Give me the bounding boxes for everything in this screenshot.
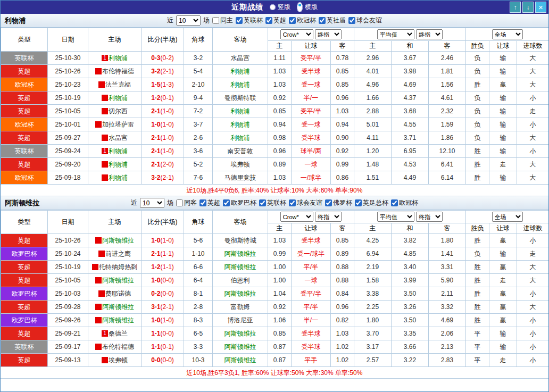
- away-team-name[interactable]: 富勒姆: [231, 303, 250, 311]
- away-team-name[interactable]: 利物浦: [231, 81, 250, 88]
- same-venue-filter[interactable]: 同客: [176, 198, 197, 207]
- corners: 10-3: [184, 354, 213, 367]
- league-filter-checkbox[interactable]: [265, 17, 272, 24]
- close-button[interactable]: ×: [535, 2, 546, 13]
- league-filter-checkbox[interactable]: [348, 17, 355, 24]
- away-team-name[interactable]: 利物浦: [231, 107, 250, 115]
- league-filter[interactable]: 欧冠杯: [289, 16, 316, 25]
- league-filter[interactable]: 英超: [199, 198, 220, 207]
- layout-radio-horizontal[interactable]: 横版: [297, 2, 318, 12]
- first-leg-badge: [102, 108, 108, 114]
- league-filter-checkbox[interactable]: [325, 199, 332, 206]
- away-team-cell: 伯恩利: [213, 274, 268, 287]
- league-filter[interactable]: 英社盾: [319, 16, 346, 25]
- avg-source-select[interactable]: 平均值: [377, 212, 414, 222]
- result-scope-select[interactable]: 全场: [492, 212, 523, 222]
- home-team-name[interactable]: 桑德兰: [109, 330, 128, 337]
- result-outcome: 负: [466, 105, 489, 118]
- home-team-name[interactable]: 加拉塔萨雷: [102, 121, 134, 128]
- league-filter[interactable]: 英联杯: [259, 198, 286, 207]
- home-team-name[interactable]: 利物浦: [109, 161, 128, 168]
- league-filter-checkbox[interactable]: [319, 17, 326, 24]
- home-team-name[interactable]: 托特纳姆热刺: [99, 263, 137, 271]
- away-team-name[interactable]: 马德里竞技: [224, 174, 256, 181]
- same-venue-filter-checkbox[interactable]: [176, 199, 183, 206]
- away-team-name[interactable]: 阿斯顿维拉: [224, 290, 256, 297]
- league-filter[interactable]: 佛罗杯: [325, 198, 352, 207]
- away-team-name[interactable]: 曼彻斯特联: [224, 94, 256, 102]
- league-filter-checkbox[interactable]: [289, 17, 296, 24]
- avg-final-select[interactable]: 终指: [416, 29, 443, 39]
- move-down-button[interactable]: ↓: [522, 2, 534, 13]
- league-filter[interactable]: 英足总杯: [355, 198, 388, 207]
- away-team-cell: 利物浦: [213, 105, 268, 118]
- avg-source-select[interactable]: 平均值: [377, 29, 414, 39]
- away-team-name[interactable]: 利物浦: [231, 134, 250, 141]
- same-venue-filter-checkbox[interactable]: [212, 17, 219, 24]
- odds-final-select[interactable]: 终指: [315, 29, 342, 39]
- odds-final-select[interactable]: 终指: [315, 212, 342, 222]
- fulltime-score: 1-2: [151, 94, 160, 102]
- league-tag: 欧罗巴杯: [1, 247, 48, 261]
- home-team-name[interactable]: 利物浦: [109, 94, 128, 102]
- home-team-name[interactable]: 水晶宫: [109, 134, 128, 141]
- away-team-name[interactable]: 利物浦: [231, 121, 250, 128]
- away-team-name[interactable]: 博洛尼亚: [228, 316, 253, 324]
- avg-final-select[interactable]: 终指: [416, 212, 443, 222]
- away-team-name[interactable]: 南安普敦: [228, 147, 253, 155]
- home-team-name[interactable]: 阿斯顿维拉: [102, 277, 134, 284]
- league-filter[interactable]: 球会友谊: [348, 16, 382, 25]
- away-team-name[interactable]: 阿斯顿维拉: [224, 263, 256, 271]
- away-team-name[interactable]: 伯恩利: [231, 277, 250, 284]
- home-team-name[interactable]: 阿斯顿维拉: [102, 303, 134, 311]
- match-row: 欧罗巴杯 25-10-03 费耶诺德 0-2(0-0) 8-1 阿斯顿维拉 1.…: [1, 287, 549, 301]
- match-date: 25-10-05: [48, 105, 88, 118]
- away-team-name[interactable]: 阿斯顿维拉: [224, 330, 256, 337]
- league-filter-checkbox[interactable]: [199, 199, 206, 206]
- away-team-name[interactable]: 阿斯顿维拉: [224, 356, 256, 364]
- league-filter-checkbox[interactable]: [391, 199, 398, 206]
- home-team-name[interactable]: 布伦特福德: [102, 343, 134, 351]
- league-filter[interactable]: 球会友谊: [289, 198, 322, 207]
- home-team-name[interactable]: 布伦特福德: [102, 68, 134, 75]
- team-name: 阿斯顿维拉: [5, 198, 39, 208]
- home-team-name[interactable]: 费耶诺德: [105, 290, 131, 297]
- away-team-name[interactable]: 曼彻斯特城: [224, 237, 256, 244]
- home-team-name[interactable]: 前进之鹰: [105, 250, 131, 257]
- home-team-name[interactable]: 利物浦: [109, 147, 128, 155]
- odds-source-select[interactable]: Crow*: [280, 29, 313, 39]
- league-filter-checkbox[interactable]: [236, 17, 243, 24]
- result-scope-select[interactable]: 全场: [492, 29, 523, 39]
- away-team-name[interactable]: 埃弗顿: [231, 161, 250, 168]
- league-filter[interactable]: 欧冠杯: [391, 198, 418, 207]
- league-filter-checkbox[interactable]: [259, 199, 266, 206]
- away-team-name[interactable]: 利物浦: [231, 68, 250, 75]
- recent-count-select[interactable]: 10: [176, 15, 201, 26]
- move-up-button[interactable]: ↑: [510, 2, 521, 13]
- match-date: 25-09-20: [48, 158, 88, 171]
- league-filter-checkbox[interactable]: [289, 199, 296, 206]
- match-row: 英联杯 25-09-24 1利物浦 2-1(1-0) 3-6 南安普敦 0.96…: [1, 145, 549, 158]
- league-filter[interactable]: 英联杯: [236, 16, 263, 25]
- away-team-name[interactable]: 阿斯顿维拉: [224, 343, 256, 351]
- league-filter[interactable]: 欧罗巴杯: [223, 198, 256, 207]
- home-team-name[interactable]: 埃弗顿: [109, 356, 128, 364]
- home-team-name[interactable]: 切尔西: [109, 107, 128, 115]
- recent-count-select[interactable]: 10: [140, 198, 164, 208]
- handicap-line: 受半球: [292, 327, 331, 340]
- league-filter-checkbox[interactable]: [355, 199, 362, 206]
- layout-radio-vertical[interactable]: 竖版: [270, 3, 290, 12]
- away-team-name[interactable]: 阿斯顿维拉: [224, 250, 256, 257]
- result-goals: 大: [517, 131, 549, 145]
- odds-source-select[interactable]: Crow*: [280, 212, 313, 222]
- away-team-name[interactable]: 水晶宫: [231, 54, 250, 62]
- league-filter-checkbox[interactable]: [223, 199, 230, 206]
- league-filter[interactable]: 英超: [265, 16, 286, 25]
- same-venue-filter[interactable]: 同主: [212, 16, 233, 25]
- avg-draw-odds: 4.69: [392, 78, 429, 91]
- home-team-name[interactable]: 利物浦: [109, 174, 128, 181]
- home-team-name[interactable]: 利物浦: [109, 54, 128, 62]
- home-team-name[interactable]: 法兰克福: [105, 81, 131, 88]
- home-team-name[interactable]: 阿斯顿维拉: [102, 316, 134, 324]
- home-team-name[interactable]: 阿斯顿维拉: [102, 237, 134, 244]
